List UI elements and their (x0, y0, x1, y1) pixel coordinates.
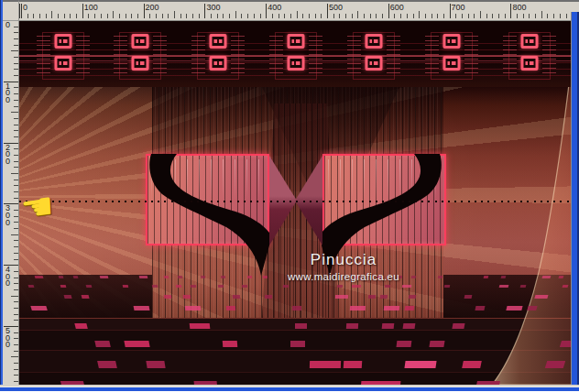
chip-ornament (270, 31, 322, 81)
chip-ornament (115, 31, 166, 81)
chip-ornament (348, 31, 399, 81)
vruler-label: 300 (5, 205, 10, 226)
vruler-label: 400 (5, 267, 10, 288)
credit-url: www.maidiregrafica.eu (252, 271, 435, 282)
hruler-label: 300 (206, 3, 220, 12)
right-disc-shape (468, 69, 571, 385)
window-border-right (571, 0, 579, 392)
ruler-corner (3, 0, 19, 21)
window-border-left (0, 0, 3, 392)
hruler-label: 500 (329, 3, 343, 12)
vruler-label: 200 (5, 145, 10, 166)
chip-ornament (504, 31, 555, 81)
hruler-label: 100 (84, 3, 98, 12)
credit-block: Pinuccia www.maidiregrafica.eu (252, 251, 435, 282)
vruler-label: 100 (5, 83, 10, 104)
pink-frame-left (146, 154, 269, 245)
ruler-vertical[interactable]: 0100200300400500 (3, 18, 19, 385)
image-window: ☚ Pinuccia www.maidiregrafica.eu 0100200… (0, 0, 579, 392)
floor-left-upper (19, 275, 152, 318)
guide-dotted-line (19, 201, 571, 202)
swoosh-left-icon (146, 154, 269, 278)
chip-ornament (38, 31, 89, 81)
hruler-label: 700 (452, 3, 465, 12)
canvas-artwork[interactable]: ☚ Pinuccia www.maidiregrafica.eu (18, 18, 571, 385)
hruler-label: 200 (146, 3, 159, 12)
ruler-horizontal[interactable]: 0100200300400500600700800 (18, 0, 571, 21)
hand-pointer-icon: ☚ (18, 187, 56, 228)
chip-ornament (426, 31, 477, 81)
top-ornament-strip (19, 18, 571, 87)
ruler-corner-right (566, 0, 579, 12)
credit-name: Pinuccia (252, 251, 435, 269)
window-border-bottom (0, 385, 579, 392)
hruler-label: 0 (23, 3, 27, 12)
pink-frame-right (322, 154, 446, 245)
hruler-label: 600 (390, 3, 404, 12)
hruler-label: 800 (512, 3, 526, 12)
vruler-label: 500 (5, 328, 10, 349)
vruler-label: 0 (5, 22, 10, 29)
chip-ornament (192, 31, 244, 81)
hruler-label: 400 (268, 3, 281, 12)
